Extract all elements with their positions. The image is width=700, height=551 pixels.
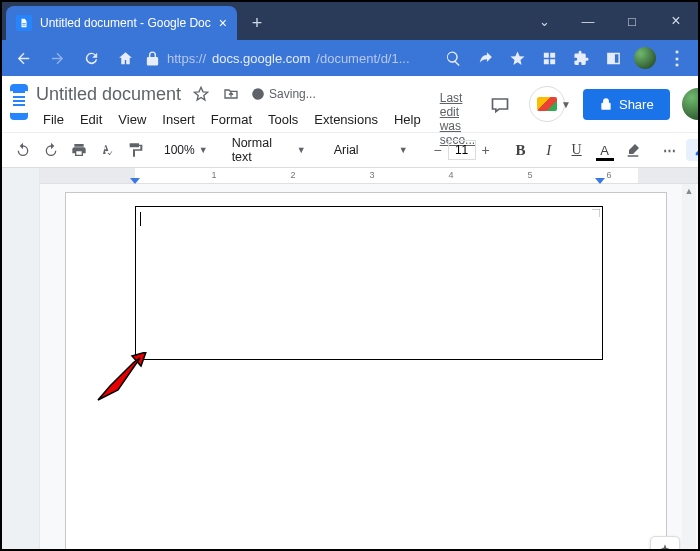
url-domain: docs.google.com [212,51,310,66]
profile-avatar-icon[interactable] [630,43,660,73]
docs-logo-icon[interactable] [10,84,28,120]
ruler-number: 3 [369,170,374,180]
menu-format[interactable]: Format [204,109,259,130]
text-color-button[interactable]: A [592,137,618,163]
menu-file[interactable]: File [36,109,71,130]
scroll-up-icon[interactable]: ▲ [682,184,696,198]
docs-header: Untitled document Saving... File Edit Vi… [2,76,698,132]
window-maximize-button[interactable]: □ [610,2,654,40]
ruler-number: 5 [527,170,532,180]
new-tab-button[interactable]: + [243,9,271,37]
ruler-number: 4 [448,170,453,180]
menu-extensions[interactable]: Extensions [307,109,385,130]
browser-titlebar: Untitled document - Google Doc × + ⌄ ― □… [2,2,698,40]
zoom-select[interactable]: 100%▼ [160,143,212,157]
font-size-increase[interactable]: + [476,140,496,160]
print-button[interactable] [66,137,92,163]
comment-history-icon[interactable] [483,87,517,121]
menu-help[interactable]: Help [387,109,428,130]
tab-close-icon[interactable]: × [219,15,227,31]
font-size-input[interactable]: 11 [448,140,476,160]
account-avatar[interactable] [682,88,700,120]
search-icon[interactable] [438,43,468,73]
address-bar[interactable]: https://docs.google.com/document/d/1... [144,50,434,67]
horizontal-ruler[interactable]: 1 2 3 4 5 6 [40,168,698,184]
document-canvas[interactable]: ▲ ▼ [40,184,698,551]
side-panel-icon[interactable] [598,43,628,73]
ruler-number: 2 [290,170,295,180]
spellcheck-button[interactable] [94,137,120,163]
nav-home-button[interactable] [110,43,140,73]
textbox-corner-icon [592,209,600,217]
window-close-button[interactable]: × [654,2,698,40]
nav-reload-button[interactable] [76,43,106,73]
url-path: /document/d/1... [316,51,409,66]
extensions-icon[interactable] [566,43,596,73]
ruler-area: 1 2 3 4 5 6 [2,168,698,184]
text-box[interactable] [135,206,603,360]
paint-format-button[interactable] [122,137,148,163]
italic-button[interactable]: I [536,137,562,163]
share-page-icon[interactable] [470,43,500,73]
browser-menu-icon[interactable]: ⋮ [662,43,692,73]
move-icon[interactable] [221,86,241,102]
font-size-decrease[interactable]: − [428,140,448,160]
editor-area: ▲ ▼ [2,184,698,551]
bold-button[interactable]: B [508,137,534,163]
meet-button[interactable] [529,86,565,122]
more-tools-button[interactable]: ⋯ [658,137,684,163]
saving-status: Saving... [251,87,316,101]
vertical-scrollbar[interactable]: ▲ ▼ [682,184,696,551]
text-cursor [140,212,141,226]
svg-marker-1 [98,358,140,400]
menu-view[interactable]: View [111,109,153,130]
menu-tools[interactable]: Tools [261,109,305,130]
bookmark-icon[interactable] [502,43,532,73]
explore-button[interactable] [650,536,680,551]
font-family-select[interactable]: Arial▼ [326,143,416,157]
document-title[interactable]: Untitled document [36,84,181,105]
undo-button[interactable] [10,137,36,163]
window-minimize-button[interactable]: ― [566,2,610,40]
docs-favicon [16,15,32,31]
underline-button[interactable]: U [564,137,590,163]
url-scheme: https:// [167,51,206,66]
annotation-arrow-icon [88,352,148,402]
window-controls: ⌄ ― □ × [522,2,698,40]
paragraph-style-select[interactable]: Normal text▼ [224,136,314,164]
formatting-toolbar: 100%▼ Normal text▼ Arial▼ − 11 + B I U A… [2,132,698,168]
lock-icon [144,50,161,67]
editing-mode-button[interactable]: ▼ [686,139,700,161]
nav-back-button[interactable] [8,43,38,73]
menu-bar: File Edit View Insert Format Tools Exten… [36,106,475,132]
menu-edit[interactable]: Edit [73,109,109,130]
left-gutter [2,168,40,184]
ruler-number: 1 [211,170,216,180]
ruler-number: 6 [606,170,611,180]
menu-insert[interactable]: Insert [155,109,202,130]
share-button[interactable]: Share [583,89,670,120]
tab-title: Untitled document - Google Doc [40,16,211,30]
star-icon[interactable] [191,86,211,102]
browser-tab[interactable]: Untitled document - Google Doc × [6,6,237,40]
tabs-dropdown-icon[interactable]: ⌄ [522,2,566,40]
meet-caret-icon[interactable]: ▼ [561,99,571,110]
redo-button[interactable] [38,137,64,163]
font-size-control: − 11 + [428,140,496,160]
nav-forward-button[interactable] [42,43,72,73]
browser-toolbar: https://docs.google.com/document/d/1... … [2,40,698,76]
highlight-color-button[interactable] [620,137,646,163]
collections-icon[interactable] [534,43,564,73]
